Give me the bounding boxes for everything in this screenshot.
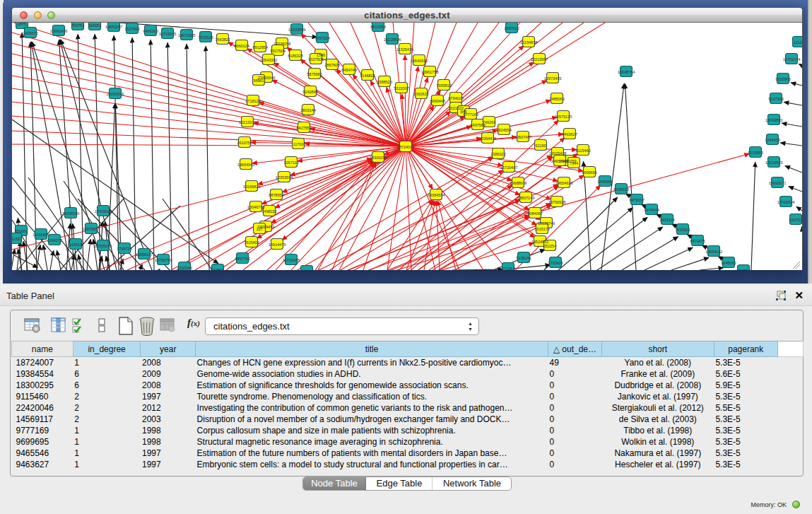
- svg-text:924504: 924504: [737, 269, 751, 271]
- svg-text:15751074: 15751074: [783, 57, 801, 62]
- svg-text:19756928: 19756928: [548, 200, 566, 204]
- svg-text:9699695: 9699695: [582, 170, 597, 175]
- svg-text:7857224: 7857224: [314, 36, 330, 40]
- svg-text:5322037: 5322037: [394, 86, 409, 90]
- svg-text:10688609: 10688609: [510, 181, 527, 185]
- svg-text:11125: 11125: [794, 40, 802, 45]
- svg-text:2875: 2875: [18, 23, 26, 26]
- svg-text:8938923: 8938923: [613, 187, 629, 192]
- svg-text:13958107: 13958107: [136, 252, 153, 257]
- svg-text:10653267: 10653267: [105, 25, 123, 29]
- svg-text:7485063: 7485063: [549, 97, 565, 101]
- svg-text:7955812: 7955812: [436, 83, 452, 88]
- svg-text:17016504: 17016504: [777, 200, 796, 204]
- svg-text:1362615: 1362615: [413, 92, 429, 96]
- svg-text:1733426: 1733426: [548, 261, 563, 265]
- svg-text:6479197: 6479197: [629, 198, 645, 202]
- svg-text:9329966: 9329966: [775, 77, 791, 81]
- svg-text:924501: 924501: [211, 268, 224, 271]
- svg-text:391581: 391581: [12, 237, 22, 241]
- svg-text:8912954: 8912954: [252, 45, 268, 49]
- svg-text:2867608: 2867608: [324, 63, 340, 67]
- svg-text:15720407: 15720407: [500, 165, 518, 170]
- svg-text:8427552: 8427552: [296, 126, 312, 130]
- svg-text:114519: 114519: [69, 243, 82, 247]
- svg-text:7625402: 7625402: [244, 240, 259, 245]
- svg-text:5136141: 5136141: [516, 256, 531, 260]
- svg-text:18807249: 18807249: [517, 196, 535, 200]
- svg-text:8186328: 8186328: [288, 54, 303, 58]
- svg-text:9084067: 9084067: [527, 211, 543, 216]
- svg-text:19384554: 19384554: [428, 193, 446, 197]
- svg-text:13716485: 13716485: [283, 258, 300, 262]
- svg-text:2803144: 2803144: [300, 108, 316, 112]
- svg-text:11325419: 11325419: [396, 47, 413, 52]
- svg-text:8454749: 8454749: [341, 68, 357, 72]
- svg-text:10961758: 10961758: [421, 70, 439, 74]
- svg-text:62160: 62160: [535, 144, 546, 148]
- svg-text:1405572: 1405572: [23, 31, 38, 35]
- svg-text:17939924: 17939924: [95, 209, 113, 214]
- svg-text:12093853: 12093853: [765, 118, 783, 122]
- svg-text:850081: 850081: [15, 229, 28, 233]
- svg-text:8878352: 8878352: [269, 193, 284, 197]
- svg-text:1527602: 1527602: [124, 27, 140, 31]
- svg-text:1292346: 1292346: [177, 266, 192, 270]
- svg-text:19671385: 19671385: [178, 33, 196, 37]
- svg-text:12353594: 12353594: [276, 175, 294, 180]
- svg-text:10654112: 10654112: [705, 250, 722, 254]
- svg-text:2933114: 2933114: [659, 218, 675, 222]
- svg-text:12213967: 12213967: [531, 57, 548, 62]
- svg-text:1440954: 1440954: [597, 180, 613, 184]
- svg-text:10648764: 10648764: [618, 70, 636, 74]
- svg-text:1610755: 1610755: [237, 141, 252, 145]
- svg-text:7515526: 7515526: [198, 35, 213, 40]
- svg-text:16154838: 16154838: [520, 40, 538, 45]
- svg-text:2718129: 2718129: [245, 99, 261, 103]
- svg-text:19975867: 19975867: [83, 227, 100, 231]
- svg-text:9857791: 9857791: [235, 257, 250, 261]
- svg-text:1588520: 1588520: [377, 80, 392, 84]
- svg-text:34957984: 34957984: [551, 159, 570, 163]
- svg-text:6466160: 6466160: [143, 29, 158, 33]
- svg-text:9146821: 9146821: [360, 74, 375, 78]
- svg-text:1294275: 1294275: [47, 238, 62, 243]
- svg-text:9245052: 9245052: [721, 261, 736, 265]
- svg-text:15692071: 15692071: [769, 181, 787, 185]
- svg-text:471363: 471363: [502, 267, 514, 271]
- svg-text:9777169: 9777169: [463, 112, 478, 117]
- svg-text:7663822: 7663822: [215, 37, 230, 42]
- svg-text:10543382: 10543382: [260, 58, 278, 62]
- svg-text:9474444: 9474444: [644, 208, 659, 212]
- svg-text:11156829: 11156829: [33, 233, 49, 237]
- svg-text:13226058: 13226058: [273, 42, 291, 46]
- svg-text:9115460: 9115460: [575, 148, 590, 153]
- svg-text:10210643: 10210643: [765, 160, 783, 165]
- svg-text:20991406: 20991406: [50, 29, 68, 33]
- svg-text:19654963: 19654963: [237, 163, 255, 167]
- svg-text:8660124: 8660124: [234, 44, 249, 48]
- svg-text:16782759: 16782759: [155, 258, 172, 262]
- svg-text:18300295: 18300295: [370, 156, 387, 160]
- svg-text:11700: 11700: [293, 142, 304, 146]
- svg-text:8990448: 8990448: [430, 99, 445, 103]
- svg-text:1795726: 1795726: [117, 247, 132, 251]
- svg-text:1615172: 1615172: [534, 227, 550, 231]
- svg-text:793751: 793751: [71, 23, 84, 28]
- svg-text:8215955: 8215955: [748, 151, 763, 155]
- svg-text:1244419: 1244419: [765, 138, 780, 142]
- svg-text:12505185: 12505185: [95, 244, 112, 248]
- svg-text:9327506: 9327506: [308, 57, 324, 62]
- svg-text:8813054: 8813054: [370, 25, 386, 29]
- svg-text:9242848: 9242848: [302, 90, 318, 94]
- svg-text:3267110: 3267110: [283, 160, 298, 165]
- svg-text:9463627: 9463627: [562, 132, 577, 136]
- svg-text:5875685: 5875685: [307, 72, 322, 76]
- svg-text:9327509: 9327509: [270, 49, 286, 53]
- svg-text:12213319: 12213319: [239, 120, 257, 124]
- svg-text:127: 127: [256, 227, 262, 231]
- svg-text:20206526: 20206526: [62, 211, 80, 216]
- svg-text:3824554: 3824554: [496, 128, 512, 132]
- svg-text:19166825: 19166825: [243, 185, 261, 189]
- svg-text:10719155: 10719155: [159, 32, 177, 36]
